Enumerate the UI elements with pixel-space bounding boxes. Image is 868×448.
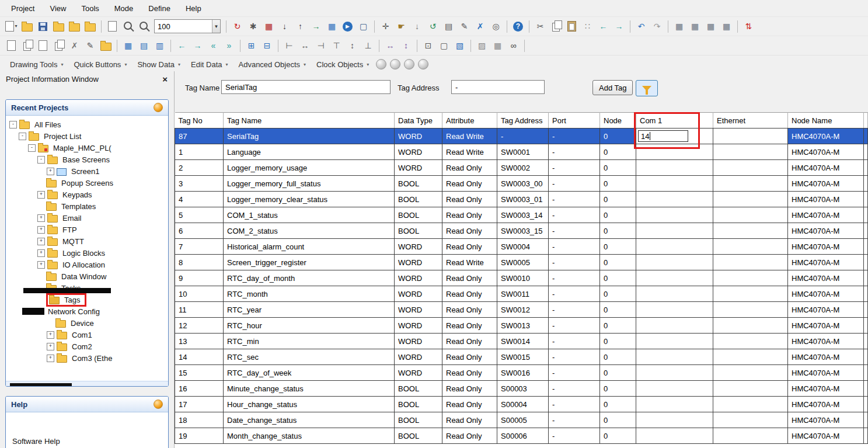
cell-addr[interactable]: SW0011 [497, 286, 549, 302]
datalog-database-icon[interactable]: ▦ [719, 20, 734, 33]
cell-node[interactable]: 0 [600, 428, 636, 444]
cell-node_name[interactable]: HMC4070A-M [788, 255, 864, 270]
cell-type[interactable]: WORD [395, 129, 442, 144]
column-header-ethernet[interactable]: Ethernet [713, 113, 788, 129]
cell-node[interactable]: 0 [600, 381, 636, 397]
cell-no[interactable]: 1 [175, 144, 224, 160]
simulate-icon[interactable]: ▶ [340, 20, 355, 33]
cell-addr[interactable]: SW0010 [497, 270, 549, 286]
previous-screen-icon[interactable]: « [206, 39, 221, 53]
cell-node_name[interactable]: HMC4070A-M [788, 207, 864, 223]
software-help-link[interactable]: Software Help [12, 437, 60, 446]
column-header-data-type[interactable]: Data Type [395, 113, 442, 129]
tree-scroll-thumb[interactable] [10, 383, 72, 387]
cell-attr[interactable]: Read Only [442, 334, 497, 349]
save-project-icon[interactable] [36, 20, 50, 33]
menu-define[interactable]: Define [141, 1, 178, 16]
cell-type[interactable]: WORD [395, 334, 442, 349]
cell-attr[interactable]: Read Only [442, 176, 497, 192]
tree-item-com1[interactable]: +Com1 [6, 329, 168, 341]
close-icon[interactable]: × [162, 75, 168, 84]
cell-addr[interactable]: - [497, 129, 549, 144]
table-row-tag-2[interactable]: 2Logger_memory_usageWORDRead OnlySW0002-… [175, 160, 868, 176]
cell-node_name[interactable]: HMC4070A-M [788, 270, 864, 286]
new-popup-screen-icon[interactable] [36, 39, 50, 53]
cell-name[interactable]: Logger_memory_full_status [224, 176, 395, 192]
report-icon[interactable]: ▤ [441, 20, 456, 33]
cell-com1[interactable] [636, 334, 713, 349]
cell-name[interactable]: Screen_trigger_register [224, 255, 395, 270]
cell-extra[interactable] [864, 255, 868, 270]
expand-icon[interactable]: + [37, 249, 45, 257]
cell-extra[interactable] [864, 160, 868, 176]
quick-buttons-menu[interactable]: Quick Buttons▾ [68, 58, 132, 71]
cell-com1[interactable] [636, 412, 713, 428]
download-to-hmi-icon[interactable]: ↓ [277, 20, 292, 33]
undo-icon[interactable]: ↶ [634, 20, 649, 33]
analog-clock-icon[interactable] [376, 59, 386, 70]
cell-node_name[interactable]: HMC4070A-M [788, 302, 864, 318]
table-row-tag-7[interactable]: 7Historical_alarm_countWORDRead OnlySW00… [175, 239, 868, 255]
cell-addr[interactable]: S00005 [497, 412, 549, 428]
cell-name[interactable]: RTC_year [224, 302, 395, 318]
column-header-attribute[interactable]: Attribute [442, 113, 497, 129]
expand-icon[interactable]: + [47, 331, 54, 339]
cell-no[interactable]: 17 [175, 397, 224, 412]
cell-node[interactable]: 0 [600, 223, 636, 239]
same-width-icon[interactable]: ↔ [383, 39, 398, 53]
cell-node[interactable]: 0 [600, 255, 636, 270]
cell-attr[interactable]: Read Only [442, 412, 497, 428]
cell-port[interactable]: - [549, 207, 600, 223]
tree-item-email[interactable]: +Email [6, 212, 168, 224]
help-icon[interactable]: ? [511, 20, 525, 33]
cell-name[interactable]: Date_change_status [224, 412, 395, 428]
menu-project[interactable]: Project [4, 1, 42, 16]
tree-item-ftp[interactable]: +FTP [6, 224, 168, 235]
canvas-size-icon[interactable]: ▢ [437, 39, 451, 53]
cell-node_name[interactable]: HMC4070A-M [788, 192, 864, 207]
zoom-in-icon[interactable] [121, 20, 135, 33]
cell-name[interactable]: RTC_day_of_month [224, 270, 395, 286]
align-center-icon[interactable]: ↔ [298, 39, 312, 53]
align-right-icon[interactable]: ⊣ [313, 39, 328, 53]
cell-port[interactable]: - [549, 176, 600, 192]
align-left-icon[interactable]: ⊢ [282, 39, 297, 53]
align-bottom-icon[interactable]: ⊥ [361, 39, 375, 53]
copy-screen-icon[interactable] [20, 39, 34, 53]
cell-com1[interactable] [636, 144, 713, 160]
copy-icon[interactable] [549, 20, 563, 33]
cell-port[interactable]: - [549, 192, 600, 207]
cell-node[interactable]: 0 [600, 160, 636, 176]
cell-name[interactable]: Month_change_status [224, 428, 395, 444]
zoom-out-icon[interactable] [137, 20, 151, 33]
cell-com1[interactable] [636, 365, 713, 381]
cell-eth[interactable] [713, 239, 788, 255]
new-project-icon[interactable]: ▾ [4, 20, 19, 33]
snap-grid-icon[interactable]: ∷ [580, 20, 595, 33]
cell-addr[interactable]: SW0013 [497, 318, 549, 334]
crosshair-icon[interactable]: ✛ [378, 20, 393, 33]
time-display-icon[interactable] [418, 59, 428, 70]
tree-item-base-screens[interactable]: -Base Screens [6, 154, 168, 165]
cell-node[interactable]: 0 [600, 397, 636, 412]
cell-node[interactable]: 0 [600, 192, 636, 207]
cell-com1[interactable] [636, 176, 713, 192]
table-row-tag-12[interactable]: 12RTC_hourWORDRead OnlySW0013-0HMC4070A-… [175, 318, 868, 334]
cell-no[interactable]: 3 [175, 176, 224, 192]
refresh-icon[interactable]: ↺ [426, 20, 440, 33]
cell-port[interactable]: - [549, 255, 600, 270]
cell-node_name[interactable]: HMC4070A-M [788, 223, 864, 239]
table-row-tag-8[interactable]: 8Screen_trigger_registerWORDRead WriteSW… [175, 255, 868, 270]
cell-attr[interactable]: Read Only [442, 192, 497, 207]
cell-eth[interactable] [713, 207, 788, 223]
cell-extra[interactable] [864, 239, 868, 255]
cell-port[interactable]: - [549, 397, 600, 412]
cell-eth[interactable] [713, 160, 788, 176]
new-screen-icon[interactable] [4, 39, 19, 53]
cell-attr[interactable]: Read Only [442, 207, 497, 223]
cell-type[interactable]: BOOL [395, 223, 442, 239]
tree-scrollbar[interactable] [6, 381, 168, 387]
world-clock-icon[interactable] [390, 59, 400, 70]
cell-node[interactable]: 0 [600, 239, 636, 255]
image-library-icon[interactable]: ▧ [452, 39, 467, 53]
